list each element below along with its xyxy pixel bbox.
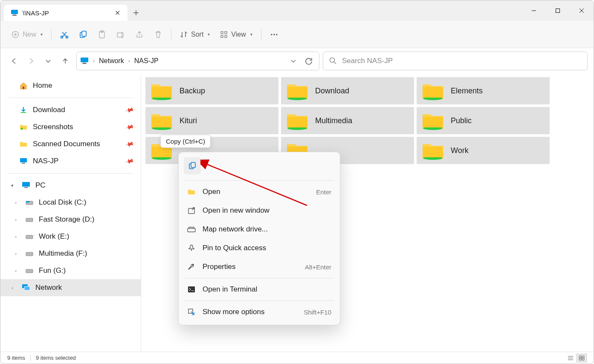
svg-rect-30 (26, 201, 29, 202)
folder-item[interactable]: Public (417, 107, 550, 134)
drive-icon (25, 232, 34, 241)
folder-item[interactable]: Download (281, 77, 414, 104)
sidebar-item-network[interactable]: › Network (0, 279, 141, 296)
refresh-button[interactable] (302, 54, 316, 68)
svg-rect-14 (221, 35, 223, 38)
folder-item[interactable]: Elements (417, 77, 550, 104)
sidebar-item-download[interactable]: Download 📌 (0, 101, 141, 118)
chevron-down-icon: ▾ (250, 32, 252, 37)
status-bar: 9 items 9 items selected (0, 352, 594, 364)
cut-button[interactable] (56, 26, 73, 43)
pin-icon: 📌 (125, 139, 134, 149)
sidebar-item-label: PC (35, 181, 46, 190)
pin-icon (187, 244, 196, 252)
rename-button[interactable] (112, 26, 129, 43)
svg-point-24 (21, 128, 23, 130)
minimize-button[interactable] (522, 0, 546, 21)
sidebar-item-label: Fun (G:) (39, 266, 66, 275)
sidebar-item-label: Multimedia (F:) (39, 249, 87, 258)
sort-button[interactable]: Sort ▾ (176, 26, 214, 43)
context-item-pin[interactable]: Pin to Quick access (181, 239, 337, 257)
monitor-icon (11, 9, 18, 16)
view-toggles (565, 354, 587, 362)
view-button[interactable]: View ▾ (216, 26, 256, 43)
context-item-terminal[interactable]: Open in Terminal (181, 280, 337, 299)
more-button[interactable] (266, 26, 283, 43)
map-drive-icon (187, 225, 196, 234)
sidebar-item-drive-e[interactable]: › Work (E:) (0, 228, 141, 245)
nav-row: › Network › NAS-JP (0, 48, 594, 74)
address-bar[interactable]: › Network › NAS-JP (76, 52, 319, 70)
recent-button[interactable] (41, 53, 56, 69)
sidebar-item-drive-f[interactable]: › Multimedia (F:) (0, 245, 141, 262)
forward-button[interactable] (23, 53, 39, 69)
chevron-down-icon: ▾ (41, 32, 43, 37)
network-icon (22, 283, 30, 292)
svg-point-6 (66, 36, 68, 38)
search-icon (329, 57, 337, 65)
copy-button[interactable] (75, 26, 92, 43)
sidebar-item-drive-d[interactable]: › Fast Storage (D:) (0, 211, 141, 228)
context-copy-button[interactable] (184, 157, 201, 174)
monitor-icon (22, 181, 30, 190)
window-controls (522, 0, 594, 21)
chevron-right-icon: › (12, 200, 20, 205)
svg-rect-62 (188, 228, 195, 232)
delete-button[interactable] (150, 26, 167, 43)
folder-item[interactable]: Multimedia (281, 107, 414, 134)
share-button[interactable] (131, 26, 148, 43)
sidebar-item-drive-g[interactable]: › Fun (G:) (0, 262, 141, 279)
context-item-open[interactable]: Open Enter (181, 182, 337, 201)
divider (8, 98, 133, 98)
search-bar[interactable] (323, 52, 588, 70)
chevron-down-icon: ▾ (8, 183, 17, 188)
divider (8, 173, 133, 173)
sidebar-item-nasjp[interactable]: NAS-JP 📌 (0, 153, 141, 170)
context-item-open-new-window[interactable]: Open in new window (181, 201, 337, 220)
chevron-right-icon: › (12, 217, 20, 222)
drive-icon (25, 249, 34, 258)
separator (30, 355, 31, 361)
back-button[interactable] (6, 53, 22, 69)
tab-close-button[interactable]: ✕ (112, 8, 122, 18)
breadcrumb-network[interactable]: Network (99, 57, 124, 65)
folder-item[interactable]: Work (417, 137, 550, 164)
search-input[interactable] (342, 57, 581, 65)
sidebar-item-label: Home (33, 81, 52, 90)
context-item-properties[interactable]: Properties Alt+Enter (181, 257, 337, 276)
sidebar-item-drive-c[interactable]: › Local Disk (C:) (0, 194, 141, 211)
folder-label: Elements (451, 87, 483, 95)
sidebar-item-scanned[interactable]: Scanned Documents 📌 (0, 136, 141, 153)
maximize-button[interactable] (546, 0, 570, 21)
breadcrumb-nasjp[interactable]: NAS-JP (134, 57, 159, 65)
address-dropdown-button[interactable] (287, 54, 300, 68)
icons-view-button[interactable] (577, 354, 587, 362)
tab-nasjp[interactable]: \\NAS-JP ✕ (4, 5, 127, 21)
context-item-more[interactable]: Show more options Shift+F10 (181, 303, 337, 321)
context-item-map-drive[interactable]: Map network drive... (181, 220, 337, 239)
svg-rect-26 (22, 163, 25, 164)
paste-button[interactable] (93, 26, 110, 43)
svg-rect-3 (556, 9, 560, 13)
svg-rect-57 (579, 358, 581, 360)
folder-item[interactable]: Kituri (145, 107, 278, 134)
new-button[interactable]: New ▾ (7, 26, 47, 43)
close-button[interactable] (570, 0, 594, 21)
separator (185, 180, 334, 181)
sidebar-item-screenshots[interactable]: Screenshots 📌 (0, 118, 141, 136)
folder-grid: BackupDownloadElementsKituriMultimediaPu… (145, 77, 589, 164)
chevron-right-icon: › (8, 285, 17, 290)
details-view-button[interactable] (565, 354, 576, 362)
folder-item[interactable]: Backup (145, 77, 278, 104)
up-button[interactable] (58, 53, 73, 69)
sidebar-item-home[interactable]: Home (0, 77, 141, 94)
new-tab-button[interactable] (127, 5, 145, 21)
sidebar-item-label: Local Disk (C:) (39, 198, 86, 207)
svg-rect-56 (582, 356, 584, 358)
separator (185, 278, 334, 278)
sidebar-item-pc[interactable]: ▾ PC (0, 177, 141, 194)
folder-label: Kituri (180, 116, 197, 125)
svg-rect-32 (26, 235, 33, 239)
nav-arrows (6, 53, 73, 69)
sidebar-item-label: Work (E:) (39, 232, 69, 241)
